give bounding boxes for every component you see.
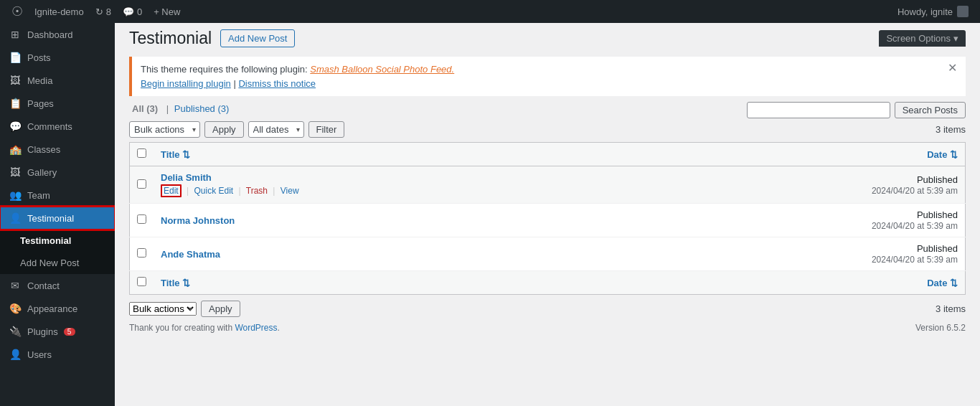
date-value: 2024/04/20 at 5:39 am bbox=[872, 186, 958, 196]
adminbar-updates[interactable]: ↻ 8 bbox=[90, 0, 117, 23]
footer-bar: Bulk actions Apply 3 items bbox=[115, 295, 980, 323]
apply-bottom-button[interactable]: Apply bbox=[201, 301, 240, 317]
sidebar-item-posts[interactable]: 📄 Posts bbox=[0, 46, 115, 69]
sidebar-item-contact[interactable]: ✉ Contact bbox=[0, 274, 115, 297]
updates-count: 8 bbox=[106, 6, 111, 17]
sidebar-item-users[interactable]: 👤 Users bbox=[0, 343, 115, 366]
all-dates-select[interactable]: All dates bbox=[248, 121, 304, 138]
notice-install-link[interactable]: Begin installing plugin bbox=[141, 78, 231, 89]
notice-plugin-link[interactable]: Smash Balloon Social Photo Feed. bbox=[310, 64, 454, 75]
sidebar-item-comments[interactable]: 💬 Comments bbox=[0, 115, 115, 138]
updates-icon: ↻ bbox=[95, 6, 103, 17]
row-checkbox[interactable] bbox=[137, 248, 146, 258]
table-header-row: Title ⇅ Date ⇅ bbox=[130, 143, 966, 166]
sidebar-item-testimonial[interactable]: 👤 Testimonial ◀ bbox=[0, 207, 115, 230]
wordpress-link[interactable]: WordPress bbox=[235, 323, 277, 333]
page-title-area: Testimonial Add New Post bbox=[129, 29, 295, 48]
sidebar-item-media[interactable]: 🖼 Media bbox=[0, 69, 115, 92]
date-sort-link[interactable]: Date ⇅ bbox=[927, 149, 958, 160]
filter-sep: | bbox=[166, 103, 171, 114]
sidebar-item-dashboard[interactable]: ⊞ Dashboard bbox=[0, 23, 115, 46]
plugins-badge: 5 bbox=[64, 328, 75, 336]
search-posts-button[interactable]: Search Posts bbox=[895, 102, 966, 118]
sidebar-item-pages[interactable]: 📋 Pages bbox=[0, 92, 115, 115]
sidebar-submenu-testimonial-list[interactable]: Testimonial bbox=[0, 230, 115, 252]
notice-dismiss-link[interactable]: Dismiss this notice bbox=[238, 78, 316, 89]
wp-logo[interactable]: ☉ bbox=[6, 4, 29, 19]
add-new-post-button[interactable]: Add New Post bbox=[220, 29, 295, 47]
comments-count: 0 bbox=[137, 6, 142, 17]
row-title-cell: Norma Johnston Edit | Quick Edit | Trash… bbox=[154, 204, 617, 237]
team-icon: 👥 bbox=[9, 189, 22, 201]
table-row: Norma Johnston Edit | Quick Edit | Trash… bbox=[130, 204, 966, 237]
row-checkbox[interactable] bbox=[137, 179, 146, 189]
comments-nav-icon: 💬 bbox=[9, 121, 22, 132]
content-header: Testimonial Add New Post Screen Options … bbox=[115, 23, 980, 48]
bulk-actions-bottom-select[interactable]: Bulk actions bbox=[129, 302, 197, 316]
row-title-cell: Delia Smith Edit | Quick Edit | Trash | … bbox=[154, 166, 617, 204]
plugin-notice: This theme requires the following plugin… bbox=[129, 57, 966, 96]
thanks-text: Thank you for creating with bbox=[129, 323, 235, 333]
post-title-link[interactable]: Norma Johnston bbox=[161, 215, 235, 226]
row-date-cell: Published 2024/04/20 at 5:39 am bbox=[617, 204, 966, 237]
sidebar-item-gallery[interactable]: 🖼 Gallery bbox=[0, 161, 115, 184]
screen-options-button[interactable]: Screen Options ▾ bbox=[879, 30, 966, 47]
sidebar-posts-label: Posts bbox=[27, 52, 51, 63]
adminbar-comments[interactable]: 💬 0 bbox=[117, 0, 148, 23]
filter-all-link[interactable]: All (3) bbox=[129, 103, 161, 114]
adminbar-site[interactable]: Ignite-demo bbox=[29, 0, 90, 23]
items-count-top: 3 items bbox=[936, 124, 966, 135]
sidebar-item-team[interactable]: 👥 Team bbox=[0, 184, 115, 207]
adminbar-new[interactable]: + New bbox=[148, 0, 186, 23]
row-checkbox[interactable] bbox=[137, 214, 146, 224]
sidebar-gallery-label: Gallery bbox=[27, 167, 57, 178]
sidebar-item-appearance[interactable]: 🎨 Appearance bbox=[0, 297, 115, 320]
title-sort-link[interactable]: Title ⇅ bbox=[161, 149, 190, 160]
sidebar-item-plugins[interactable]: 🔌 Plugins 5 bbox=[0, 320, 115, 343]
sidebar-submenu-add-new-post[interactable]: Add New Post bbox=[0, 252, 115, 274]
th-title-bottom: Title ⇅ bbox=[154, 271, 617, 295]
users-icon: 👤 bbox=[9, 349, 22, 360]
apply-button[interactable]: Apply bbox=[204, 121, 244, 138]
post-title-link[interactable]: Delia Smith bbox=[161, 172, 212, 183]
trash-link[interactable]: Trash bbox=[246, 186, 268, 196]
gallery-icon: 🖼 bbox=[9, 166, 22, 178]
th-checkbox-bottom bbox=[130, 271, 154, 295]
date-sort-bottom-link[interactable]: Date ⇅ bbox=[927, 278, 958, 288]
title-sort-bottom-link[interactable]: Title ⇅ bbox=[161, 278, 190, 288]
sidebar-item-classes[interactable]: 🏫 Classes bbox=[0, 138, 115, 161]
search-row: Search Posts bbox=[747, 102, 966, 118]
pages-icon: 📋 bbox=[9, 98, 22, 109]
date-value: 2024/04/20 at 5:39 am bbox=[872, 255, 958, 265]
filter-links: All (3) | Published (3) bbox=[129, 103, 229, 114]
admin-bar: ☉ Ignite-demo ↻ 8 💬 0 + New Howdy, ignit… bbox=[0, 0, 980, 23]
howdy-text: Howdy, ignite bbox=[897, 6, 953, 17]
appearance-icon: 🎨 bbox=[9, 303, 22, 314]
footer-items-count: 3 items bbox=[936, 303, 966, 314]
version-text: Version 6.5.2 bbox=[915, 323, 966, 333]
user-avatar bbox=[957, 6, 969, 17]
search-posts-input[interactable] bbox=[747, 102, 890, 118]
select-all-bottom-checkbox[interactable] bbox=[137, 277, 146, 286]
select-all-checkbox[interactable] bbox=[137, 148, 146, 158]
notice-prefix: This theme requires the following plugin… bbox=[141, 64, 310, 75]
row-title-cell: Ande Shatma Edit | Quick Edit | Trash | … bbox=[154, 237, 617, 271]
row-actions: Edit | Quick Edit | Trash | View bbox=[161, 184, 610, 197]
th-date: Date ⇅ bbox=[617, 143, 966, 166]
notice-close-button[interactable]: ✕ bbox=[948, 62, 957, 74]
sidebar-users-label: Users bbox=[27, 349, 52, 360]
row-checkbox-cell bbox=[130, 166, 154, 204]
quick-edit-link[interactable]: Quick Edit bbox=[194, 186, 234, 196]
adminbar-site-name: Ignite-demo bbox=[34, 6, 84, 17]
sidebar-plugins-label: Plugins bbox=[27, 326, 58, 337]
edit-link[interactable]: Edit bbox=[164, 186, 179, 196]
footer-thanks: Thank you for creating with WordPress. V… bbox=[115, 323, 980, 336]
screen-options-chevron: ▾ bbox=[953, 33, 958, 44]
bulk-actions-select[interactable]: Bulk actions bbox=[129, 121, 200, 138]
sidebar-contact-label: Contact bbox=[27, 280, 60, 291]
filter-published-link[interactable]: Published (3) bbox=[174, 103, 230, 114]
adminbar-howdy[interactable]: Howdy, ignite bbox=[892, 6, 974, 17]
view-link[interactable]: View bbox=[281, 186, 299, 196]
post-title-link[interactable]: Ande Shatma bbox=[161, 249, 220, 260]
filter-button[interactable]: Filter bbox=[308, 121, 345, 138]
